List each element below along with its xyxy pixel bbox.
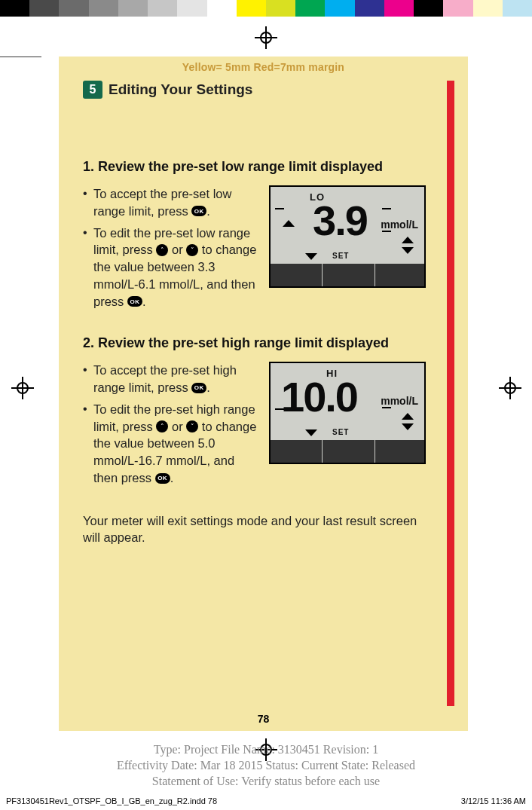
lcd-tick	[382, 231, 391, 232]
step2-bullet1: To accept the pre-set high range limit, …	[83, 362, 260, 396]
crop-mark	[0, 57, 41, 57]
step1-heading: 1. Review the pre-set low range limit di…	[83, 159, 426, 175]
registration-mark-icon	[499, 377, 521, 399]
step1-bullet2: To edit the pre-set low range limit, pre…	[83, 225, 260, 310]
section-number-badge: 5	[83, 81, 102, 99]
step1-text: To accept the pre-set low range limit, p…	[83, 185, 260, 310]
page-number: 78	[59, 713, 468, 725]
print-metadata: Type: Project File Name: 3130451 Revisio…	[0, 742, 532, 789]
closing-paragraph: Your meter will exit settings mode and y…	[83, 512, 422, 547]
lcd-up-arrow-icon	[402, 413, 414, 420]
lcd-value-low: 13.9	[299, 196, 367, 245]
meta-line-2: Effectivity Date: Mar 18 2015 Status: Cu…	[0, 758, 532, 774]
lcd-down-arrow-icon	[305, 429, 317, 436]
ok-button-icon: OK	[191, 206, 206, 216]
meter-lcd-low: LO 13.9 mmol/L SET	[269, 185, 426, 288]
lcd-tick	[382, 208, 391, 209]
step2-text: To accept the pre-set high range limit, …	[83, 362, 260, 486]
red-margin-bar	[447, 81, 454, 706]
lcd-value-high: 10.0	[281, 372, 357, 421]
section-title: 5 Editing Your Settings	[83, 81, 426, 99]
step2-heading: 2. Review the pre-set high range limit d…	[83, 335, 426, 351]
footer-timestamp: 3/12/15 11:36 AM	[461, 796, 526, 805]
lcd-down-arrow-icon	[402, 247, 414, 254]
up-arrow-icon: ˄	[156, 244, 168, 256]
indesign-footer: PF3130451Rev1_OTSPF_OB_I_GB_en_zug_R2.in…	[6, 796, 526, 805]
ok-button-icon: OK	[191, 383, 206, 393]
registration-mark-icon	[11, 377, 34, 399]
step2-block: To accept the pre-set high range limit, …	[83, 362, 426, 486]
registration-mark-icon	[255, 26, 277, 49]
lcd-tick	[382, 407, 391, 408]
lcd-unit: mmol/L	[381, 395, 418, 407]
step1-bullet1: To accept the pre-set low range limit, p…	[83, 185, 260, 220]
up-arrow-icon: ˄	[156, 420, 168, 433]
lcd-down-arrow-icon	[402, 423, 414, 430]
lcd-unit: mmol/L	[381, 219, 418, 231]
color-calibration-bar	[0, 0, 532, 17]
lcd-set-label: SET	[332, 428, 349, 436]
lcd-down-arrow-icon	[305, 253, 317, 260]
manual-page: Yellow= 5mm Red=7mm margin 5 Editing You…	[59, 57, 468, 731]
ok-button-icon: OK	[155, 473, 170, 484]
down-arrow-icon: ˅	[186, 420, 198, 433]
lcd-up-arrow-icon	[283, 220, 295, 227]
lcd-button-strip	[271, 440, 424, 463]
margin-note: Yellow= 5mm Red=7mm margin	[59, 57, 468, 76]
footer-filename: PF3130451Rev1_OTSPF_OB_I_GB_en_zug_R2.in…	[6, 796, 217, 805]
step1-block: To accept the pre-set low range limit, p…	[83, 185, 426, 310]
lcd-button-strip	[271, 264, 424, 286]
step2-bullet2: To edit the pre-set high range limit, pr…	[83, 401, 260, 487]
lcd-tick	[275, 408, 284, 410]
meta-line-3: Statement of Use: Verify status before e…	[0, 774, 532, 790]
ok-button-icon: OK	[127, 296, 142, 307]
section-title-text: Editing Your Settings	[109, 81, 252, 98]
lcd-set-label: SET	[332, 252, 349, 260]
meter-lcd-high: HI 10.0 mmol/L SET	[269, 362, 426, 464]
down-arrow-icon: ˅	[186, 244, 198, 256]
meta-line-1: Type: Project File Name: 3130451 Revisio…	[0, 742, 532, 758]
lcd-up-arrow-icon	[402, 237, 414, 243]
lcd-tick	[275, 208, 284, 209]
page-content: 5 Editing Your Settings 1. Review the pr…	[83, 81, 426, 546]
